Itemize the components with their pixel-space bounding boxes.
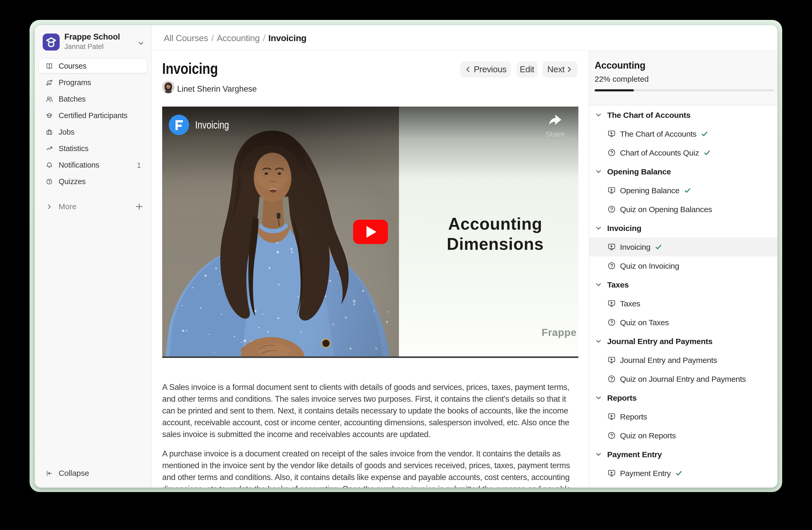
- svg-text:Invoicing: Invoicing: [195, 119, 229, 131]
- svg-text:Accounting: Accounting: [448, 214, 542, 233]
- svg-text:Dimensions: Dimensions: [447, 235, 544, 253]
- svg-text:Share: Share: [546, 130, 565, 138]
- svg-text:Frappe: Frappe: [541, 327, 577, 338]
